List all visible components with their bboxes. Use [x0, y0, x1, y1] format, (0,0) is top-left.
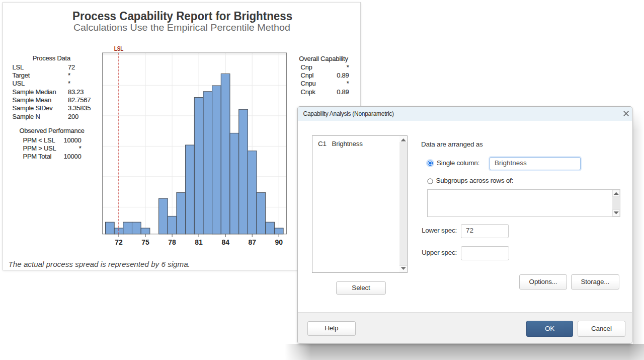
svg-text:LSL: LSL [114, 45, 124, 52]
svg-text:Process Capability Report for: Process Capability Report for Brightness [72, 10, 292, 23]
svg-text:75: 75 [141, 238, 149, 246]
svg-text:Calculations Use the Empirical: Calculations Use the Empirical Percentil… [73, 22, 290, 33]
svg-text:90: 90 [275, 238, 283, 246]
svg-text:84: 84 [221, 238, 229, 246]
svg-text:78: 78 [168, 238, 176, 246]
svg-text:87: 87 [248, 238, 256, 246]
svg-text:72: 72 [115, 238, 123, 246]
svg-text:81: 81 [195, 238, 203, 246]
